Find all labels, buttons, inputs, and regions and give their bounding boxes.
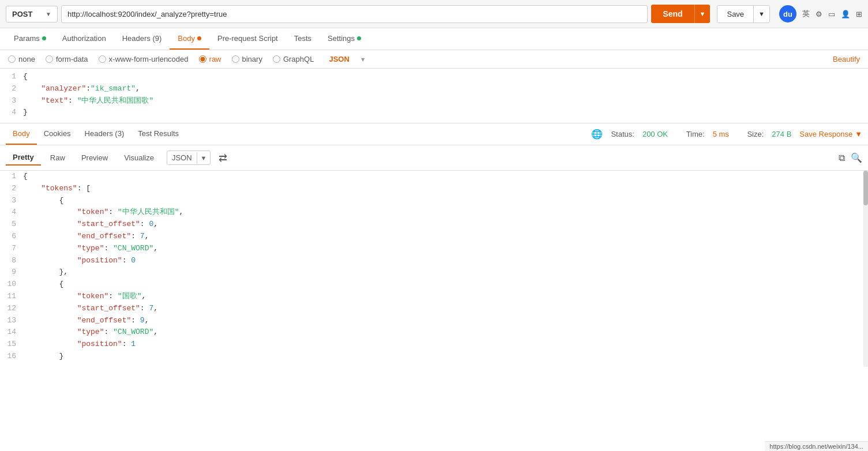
resp-view-raw[interactable]: Raw: [43, 151, 72, 165]
resp-tab-test-results[interactable]: Test Results: [131, 123, 186, 145]
response-right-icons: ⧉ 🔍: [839, 152, 862, 163]
baidu-logo-icon: du: [779, 5, 796, 22]
body-type-binary[interactable]: binary: [232, 55, 262, 63]
lang-icon[interactable]: 英: [802, 9, 810, 19]
wrap-icon[interactable]: ⇄: [219, 152, 227, 164]
method-select[interactable]: POST ▼: [6, 6, 58, 22]
resp-view-preview[interactable]: Preview: [74, 151, 115, 165]
tab-settings[interactable]: Settings: [320, 28, 369, 50]
resp-line-13: 13 "end_offset": 9,: [0, 315, 868, 327]
radio-none-icon: [8, 55, 16, 63]
resp-tab-cookies-label: Cookies: [44, 129, 71, 138]
resp-line-16: 16 }: [0, 351, 868, 363]
url-bar: POST ▼ Send ▼ Save ▼ du 英 ⚙ ▭ 👤 ⊞: [0, 0, 868, 28]
format-label[interactable]: JSON: [329, 55, 349, 63]
tab-authorization[interactable]: Authorization: [54, 28, 114, 50]
search-response-icon[interactable]: 🔍: [851, 152, 862, 163]
top-icons: du 英 ⚙ ▭ 👤 ⊞: [779, 5, 862, 22]
resp-line-7: 7 "type": "CN_WORD",: [0, 243, 868, 255]
send-button[interactable]: Send: [651, 5, 694, 23]
body-type-none-label: none: [18, 55, 35, 63]
radio-form-data-icon: [46, 55, 53, 63]
method-label: POST: [12, 10, 32, 18]
tab-params-label: Params: [14, 34, 40, 43]
method-chevron-icon: ▼: [46, 11, 51, 17]
body-type-raw[interactable]: raw: [199, 55, 221, 63]
body-type-graphql[interactable]: GraphQL: [273, 55, 314, 63]
resp-line-1: 1 {: [0, 171, 868, 183]
time-label: Time:: [686, 130, 705, 138]
tab-tests[interactable]: Tests: [286, 28, 320, 50]
tab-params[interactable]: Params: [6, 28, 54, 50]
response-scrollbar-thumb[interactable]: [863, 171, 868, 205]
resp-line-12: 12 "start_offset": 7,: [0, 303, 868, 315]
resp-tab-body-label: Body: [13, 129, 30, 138]
body-type-urlencoded[interactable]: x-www-form-urlencoded: [99, 55, 189, 63]
tab-authorization-label: Authorization: [62, 34, 106, 43]
resp-tab-cookies[interactable]: Cookies: [37, 123, 78, 145]
resp-view-visualize[interactable]: Visualize: [117, 151, 161, 165]
settings-icon[interactable]: ⚙: [816, 10, 822, 18]
tab-tests-label: Tests: [294, 34, 311, 43]
body-type-binary-label: binary: [242, 55, 262, 63]
resp-line-9: 9 },: [0, 266, 868, 279]
beautify-button[interactable]: Beautify: [833, 55, 860, 63]
body-type-raw-label: raw: [209, 55, 221, 63]
save-response-button[interactable]: Save Response ▼: [799, 130, 862, 138]
response-format-chevron-icon[interactable]: ▼: [197, 152, 211, 164]
save-button-group: Save ▼: [717, 5, 770, 23]
body-type-none[interactable]: none: [8, 55, 35, 63]
resp-tab-test-results-label: Test Results: [138, 129, 179, 138]
user-icon[interactable]: 👤: [841, 10, 850, 18]
code-line-1: 1 {: [0, 71, 868, 83]
send-button-group: Send ▼: [651, 5, 710, 23]
save-response-chevron-icon: ▼: [855, 130, 862, 138]
send-dropdown-button[interactable]: ▼: [694, 5, 711, 23]
url-input[interactable]: [61, 5, 648, 23]
response-format-select[interactable]: JSON ▼: [167, 151, 211, 165]
tab-body-label: Body: [178, 34, 195, 43]
tab-pre-request[interactable]: Pre-request Script: [209, 28, 286, 50]
window-icon[interactable]: ▭: [828, 10, 835, 18]
resp-view-visualize-label: Visualize: [124, 153, 154, 162]
status-value: 200 OK: [642, 130, 668, 138]
resp-view-pretty-label: Pretty: [13, 153, 34, 161]
code-line-3: 3 "text": "中华人民共和国国歌": [0, 95, 868, 107]
resp-line-11: 11 "token": "国歌",: [0, 291, 868, 303]
tab-settings-label: Settings: [328, 34, 355, 43]
resp-view-raw-label: Raw: [50, 153, 65, 162]
format-chevron-icon[interactable]: ▼: [360, 56, 366, 63]
request-tabs: Params Authorization Headers (9) Body Pr…: [0, 28, 868, 50]
response-tabs-bar: Body Cookies Headers (3) Test Results 🌐 …: [0, 123, 868, 145]
request-body-editor[interactable]: 1 { 2 "analyzer":"ik_smart", 3 "text": "…: [0, 69, 868, 123]
resp-tab-body[interactable]: Body: [6, 123, 37, 145]
response-body-viewer: 1 { 2 "tokens": [ 3 { 4 "token": "中华人民共和…: [0, 171, 868, 367]
body-type-selector: none form-data x-www-form-urlencoded raw…: [0, 50, 868, 69]
radio-urlencoded-icon: [99, 55, 106, 63]
code-line-2: 2 "analyzer":"ik_smart",: [0, 83, 868, 95]
grid-icon[interactable]: ⊞: [856, 10, 862, 18]
copy-response-icon[interactable]: ⧉: [839, 153, 845, 163]
save-response-label: Save Response: [799, 130, 852, 138]
resp-tab-headers[interactable]: Headers (3): [78, 123, 131, 145]
radio-graphql-icon: [273, 55, 280, 63]
code-line-4: 4 }: [0, 107, 868, 119]
radio-raw-icon: [199, 55, 206, 63]
resp-view-pretty[interactable]: Pretty: [6, 150, 41, 166]
resp-line-15: 15 "position": 1: [0, 339, 868, 351]
tab-headers[interactable]: Headers (9): [114, 28, 170, 50]
tab-pre-request-label: Pre-request Script: [217, 34, 278, 43]
response-format-label: JSON: [167, 151, 197, 164]
body-type-form-data-label: form-data: [56, 55, 88, 63]
response-scrollbar[interactable]: [863, 171, 868, 367]
save-dropdown-button[interactable]: ▼: [753, 6, 769, 22]
save-button[interactable]: Save: [717, 6, 753, 22]
body-type-graphql-label: GraphQL: [283, 55, 314, 63]
resp-view-preview-label: Preview: [81, 153, 108, 162]
tab-body[interactable]: Body: [170, 28, 209, 50]
body-type-urlencoded-label: x-www-form-urlencoded: [109, 55, 189, 63]
body-type-form-data[interactable]: form-data: [46, 55, 88, 63]
tab-headers-label: Headers (9): [122, 34, 162, 43]
resp-line-4: 4 "token": "中华人民共和国",: [0, 206, 868, 219]
status-separator: [676, 130, 678, 138]
